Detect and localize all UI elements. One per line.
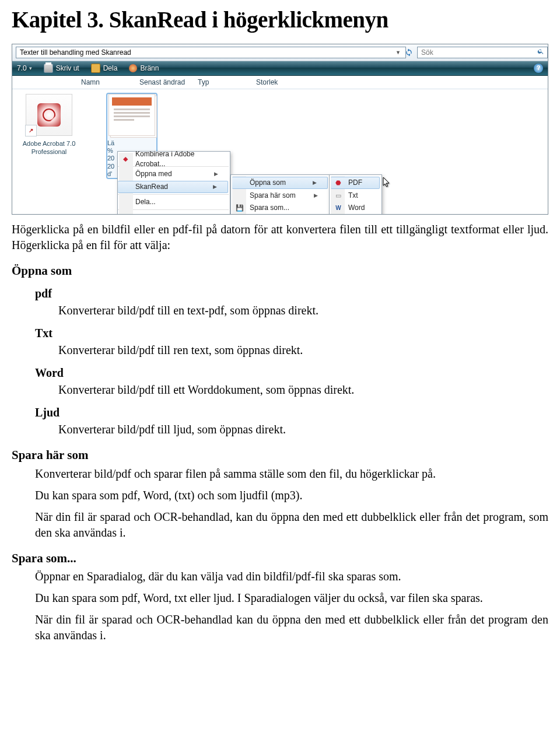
menu-item-ask-about[interactable]: ? Fråga om ... — [232, 214, 328, 215]
toolbar-share[interactable]: Dela — [91, 64, 118, 73]
menu-item-open-with[interactable]: Öppna med▶ — [118, 168, 229, 180]
context-submenu-open-as: ⬣ PDF ▭ Txt W Word 💬 Lyd — [329, 174, 382, 215]
menu-item-pdf[interactable]: ⬣ PDF — [331, 177, 380, 189]
text-spara-som-1: Öppnar en Sparadialog, där du kan välja … — [35, 569, 548, 584]
menu-item-share[interactable]: Dela... — [118, 196, 229, 208]
menu-item-save-here-as[interactable]: Spara här som▶ — [232, 190, 328, 202]
text-spara-som-3: När din fil är sparad och OCR-behandlad … — [35, 612, 548, 643]
subsection-txt: Txt — [35, 325, 548, 341]
file-pane: ↗ Adobe Acrobat 7.0 Professional Lä % 20… — [12, 89, 548, 214]
pdf-icon: ⬣ — [334, 178, 343, 188]
breadcrumb-input[interactable] — [16, 47, 406, 58]
file-label: Professional — [17, 148, 81, 156]
menu-item-save-as[interactable]: 💾 Spara som... — [232, 202, 328, 214]
subsection-pdf: pdf — [35, 286, 548, 302]
cursor-icon — [383, 177, 391, 187]
burn-icon — [129, 64, 137, 72]
subsection-word: Word — [35, 365, 548, 381]
txt-icon: ▭ — [334, 191, 343, 201]
toolbar-print[interactable]: Skriv ut — [44, 64, 79, 73]
explorer-window: ▼ 7.0▾ Skriv ut Dela Bränn ? Namn Senast… — [12, 44, 548, 215]
pdf-icon — [37, 103, 61, 127]
shortcut-badge-icon: ↗ — [25, 125, 37, 136]
document-thumbnail — [108, 94, 155, 136]
help-icon[interactable]: ? — [534, 64, 543, 73]
tortoise-icon: ❖ — [121, 213, 130, 215]
word-icon: W — [334, 204, 343, 213]
toolbar-version[interactable]: 7.0▾ — [17, 64, 32, 73]
section-spara-har-som: Spara här som — [12, 447, 548, 463]
menu-item-lyd[interactable]: 💬 Lyd — [331, 214, 380, 215]
refresh-icon[interactable] — [404, 48, 414, 57]
search-icon — [537, 48, 544, 57]
toolbar-burn[interactable]: Bränn — [129, 64, 159, 73]
section-spara-som: Spara som... — [12, 550, 548, 566]
printer-icon — [44, 64, 53, 73]
menu-item-tortoisesvn[interactable]: ❖ TortoiseSVN▶ — [118, 211, 229, 215]
text-spara-har-1: Konverterar bild/pdf och sparar filen på… — [35, 466, 548, 482]
breadcrumb-dropdown-icon[interactable]: ▼ — [396, 49, 401, 56]
text-spara-har-3: När din fil är sparad och OCR-behandlad,… — [35, 509, 548, 541]
search-input[interactable] — [417, 47, 548, 58]
text-ljud: Konverterar bild/pdf till ljud, som öppn… — [58, 422, 548, 437]
acrobat-icon: ◆ — [121, 155, 130, 164]
toolbar: 7.0▾ Skriv ut Dela Bränn ? — [12, 61, 548, 76]
column-headers: Namn Senast ändrad Typ Storlek — [12, 76, 548, 89]
file-item-acrobat[interactable]: ↗ Adobe Acrobat 7.0 Professional — [17, 94, 81, 156]
col-type[interactable]: Typ — [198, 78, 256, 87]
text-pdf: Konverterar bild/pdf till en text-pdf, s… — [58, 303, 548, 318]
intro-paragraph: Högerklicka på en bildfil eller en pdf-f… — [12, 222, 548, 253]
menu-item-combine-acrobat[interactable]: ◆ Kombinera i Adobe Acrobat... — [118, 153, 229, 165]
menu-item-txt[interactable]: ▭ Txt — [331, 190, 380, 202]
text-word: Konverterar bild/pdf till ett Worddokume… — [58, 382, 548, 398]
menu-item-skanread[interactable]: SkanRead▶ — [118, 181, 228, 193]
context-menu: ◆ Kombinera i Adobe Acrobat... Öppna med… — [117, 151, 230, 215]
context-submenu-skanread: Öppna som▶ Spara här som▶ 💾 Spara som...… — [230, 174, 330, 215]
col-modified[interactable]: Senast ändrad — [139, 78, 198, 87]
pdf-thumbnail: ↗ — [26, 94, 72, 136]
address-bar: ▼ — [12, 44, 548, 61]
text-spara-har-2: Du kan spara som pdf, Word, (txt) och so… — [35, 488, 548, 503]
menu-item-open-as[interactable]: Öppna som▶ — [232, 177, 328, 189]
section-oppna-som: Öppna som — [12, 262, 548, 279]
text-txt: Konverterar bild/pdf till ren text, som … — [58, 342, 548, 358]
col-name[interactable]: Namn — [81, 78, 139, 87]
text-spara-som-2: Du kan spara som pdf, Word, txt eller lj… — [35, 590, 548, 606]
menu-item-word[interactable]: W Word — [331, 202, 380, 214]
floppy-icon: 💾 — [235, 204, 244, 213]
col-size[interactable]: Storlek — [256, 78, 314, 87]
subsection-ljud: Ljud — [35, 405, 548, 421]
file-label: Adobe Acrobat 7.0 — [17, 139, 81, 148]
page-title: Kapitel 3. SkanRead i högerklickmenyn — [12, 5, 548, 36]
share-icon — [91, 64, 100, 73]
